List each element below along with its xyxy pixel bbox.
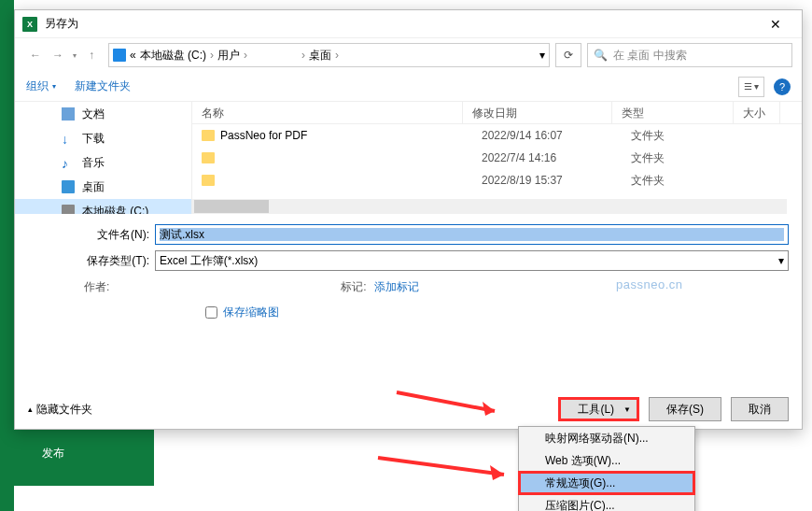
table-row[interactable]: 2022/7/4 14:16 文件夹 bbox=[192, 147, 802, 169]
thumbnail-label: 保存缩略图 bbox=[223, 305, 279, 320]
folder-icon bbox=[202, 130, 215, 141]
filetype-dropdown[interactable]: Excel 工作簿(*.xlsx)▾ bbox=[155, 250, 789, 271]
chevron-down-icon: ▼ bbox=[623, 405, 631, 414]
filename-input[interactable] bbox=[155, 224, 789, 245]
disk-icon bbox=[62, 205, 75, 214]
toolbar: 组织▾ 新建文件夹 ☰ ▾ ? bbox=[15, 72, 802, 102]
folder-icon bbox=[202, 175, 215, 186]
help-icon[interactable]: ? bbox=[774, 78, 791, 95]
content-area: 文档 下载 音乐 桌面 本地磁盘 (C:) 名称 修改日期 类型 大小 Pass… bbox=[15, 102, 802, 214]
organize-button[interactable]: 组织▾ bbox=[26, 78, 56, 94]
horizontal-scrollbar[interactable] bbox=[192, 199, 787, 214]
new-folder-button[interactable]: 新建文件夹 bbox=[75, 78, 131, 94]
table-row[interactable]: PassNeo for PDF 2022/9/14 16:07 文件夹 bbox=[192, 124, 802, 147]
menu-web-options[interactable]: Web 选项(W)... bbox=[519, 449, 694, 472]
crumb-users[interactable]: 用户 bbox=[217, 48, 240, 64]
address-bar: ← → ▾ ↑ « 本地磁盘 (C:) › 用户 › › 桌面 › ▾ ⟳ 🔍 … bbox=[15, 38, 802, 72]
column-date[interactable]: 修改日期 bbox=[463, 102, 612, 123]
close-icon[interactable]: ✕ bbox=[757, 10, 794, 38]
sidebar-item-documents[interactable]: 文档 bbox=[15, 102, 191, 126]
save-as-dialog: X 另存为 ✕ ← → ▾ ↑ « 本地磁盘 (C:) › 用户 › › 桌面 … bbox=[14, 9, 803, 430]
chevron-down-icon: ▾ bbox=[778, 254, 784, 267]
chevron-right-icon: › bbox=[335, 49, 339, 62]
menu-general-options[interactable]: 常规选项(G)... bbox=[519, 472, 694, 494]
column-headers: 名称 修改日期 类型 大小 bbox=[192, 102, 802, 124]
author-value[interactable] bbox=[117, 279, 173, 295]
refresh-icon[interactable]: ⟳ bbox=[555, 43, 581, 67]
nav-buttons: ← → ▾ ↑ bbox=[24, 43, 103, 67]
crumb-desktop[interactable]: 桌面 bbox=[309, 48, 331, 64]
thumbnail-checkbox[interactable] bbox=[205, 306, 217, 319]
save-form: 文件名(N): 保存类型(T): Excel 工作簿(*.xlsx)▾ 作者: … bbox=[15, 214, 802, 320]
sidebar-item-drive-c[interactable]: 本地磁盘 (C:) bbox=[15, 199, 191, 214]
menu-compress[interactable]: 压缩图片(C)... bbox=[519, 494, 694, 511]
music-icon bbox=[62, 156, 75, 169]
document-icon bbox=[62, 107, 75, 121]
tags-label: 标记: bbox=[341, 279, 366, 295]
search-placeholder: 在 桌面 中搜索 bbox=[613, 48, 687, 64]
filetype-row: 保存类型(T): Excel 工作簿(*.xlsx)▾ bbox=[28, 248, 789, 274]
back-icon[interactable]: ← bbox=[24, 43, 47, 67]
svg-line-2 bbox=[378, 458, 504, 475]
sidebar-item-music[interactable]: 音乐 bbox=[15, 150, 191, 175]
chevron-right-icon: › bbox=[244, 49, 247, 62]
column-name[interactable]: 名称 bbox=[192, 102, 463, 123]
chevron-right-icon: › bbox=[210, 49, 214, 62]
crumb-sep: « bbox=[130, 49, 136, 62]
hide-folders-button[interactable]: ▴隐藏文件夹 bbox=[28, 402, 92, 418]
nav-publish[interactable]: 发布 bbox=[14, 420, 154, 486]
cancel-button[interactable]: 取消 bbox=[731, 397, 789, 421]
breadcrumb[interactable]: « 本地磁盘 (C:) › 用户 › › 桌面 › ▾ bbox=[108, 43, 550, 67]
save-button[interactable]: 保存(S) bbox=[649, 397, 721, 421]
chevron-down-icon: ▾ bbox=[52, 82, 56, 91]
table-row[interactable]: 2022/8/19 15:37 文件夹 bbox=[192, 169, 802, 192]
search-input[interactable]: 🔍 在 桌面 中搜索 bbox=[587, 43, 792, 67]
thumbnail-row: 保存缩略图 bbox=[28, 295, 789, 320]
folder-icon bbox=[202, 152, 215, 163]
excel-icon: X bbox=[22, 17, 37, 32]
crumb-drive[interactable]: 本地磁盘 (C:) bbox=[140, 48, 206, 64]
download-icon bbox=[62, 132, 75, 145]
chevron-down-icon[interactable]: ▾ bbox=[69, 43, 80, 67]
view-options-button[interactable]: ☰ ▾ bbox=[738, 77, 764, 97]
menu-map-drive[interactable]: 映射网络驱动器(N)... bbox=[519, 427, 694, 449]
add-tag-button[interactable]: 添加标记 bbox=[374, 279, 419, 295]
file-list: 名称 修改日期 类型 大小 PassNeo for PDF 2022/9/14 … bbox=[192, 102, 802, 214]
filename-label: 文件名(N): bbox=[28, 227, 149, 243]
tools-button[interactable]: 工具(L)▼ bbox=[558, 397, 639, 421]
up-icon[interactable]: ↑ bbox=[80, 43, 103, 67]
dialog-title: 另存为 bbox=[45, 16, 757, 32]
sidebar-item-downloads[interactable]: 下载 bbox=[15, 126, 191, 150]
annotation-arrow-2 bbox=[378, 458, 518, 489]
sidebar: 文档 下载 音乐 桌面 本地磁盘 (C:) bbox=[15, 102, 192, 214]
sidebar-item-desktop[interactable]: 桌面 bbox=[15, 175, 191, 199]
scroll-thumb[interactable] bbox=[194, 200, 269, 213]
chevron-right-icon: › bbox=[301, 49, 305, 62]
author-label: 作者: bbox=[84, 279, 109, 295]
search-icon: 🔍 bbox=[594, 49, 608, 62]
pc-icon bbox=[113, 49, 126, 62]
app-sidebar-bg bbox=[0, 0, 14, 511]
titlebar: X 另存为 ✕ bbox=[15, 10, 802, 38]
chevron-down-icon[interactable]: ▾ bbox=[539, 49, 545, 62]
filename-row: 文件名(N): bbox=[28, 221, 789, 248]
column-type[interactable]: 类型 bbox=[612, 102, 734, 123]
watermark: passneo.cn bbox=[616, 277, 683, 291]
footer: ▴隐藏文件夹 工具(L)▼ 保存(S) 取消 bbox=[15, 397, 802, 421]
tools-menu: 映射网络驱动器(N)... Web 选项(W)... 常规选项(G)... 压缩… bbox=[518, 426, 695, 511]
desktop-icon bbox=[62, 180, 75, 193]
column-size[interactable]: 大小 bbox=[734, 102, 780, 123]
svg-marker-3 bbox=[490, 465, 504, 480]
filetype-label: 保存类型(T): bbox=[28, 253, 149, 269]
forward-icon[interactable]: → bbox=[47, 43, 69, 67]
chevron-up-icon: ▴ bbox=[28, 405, 33, 414]
nav-publish-label: 发布 bbox=[42, 446, 64, 461]
